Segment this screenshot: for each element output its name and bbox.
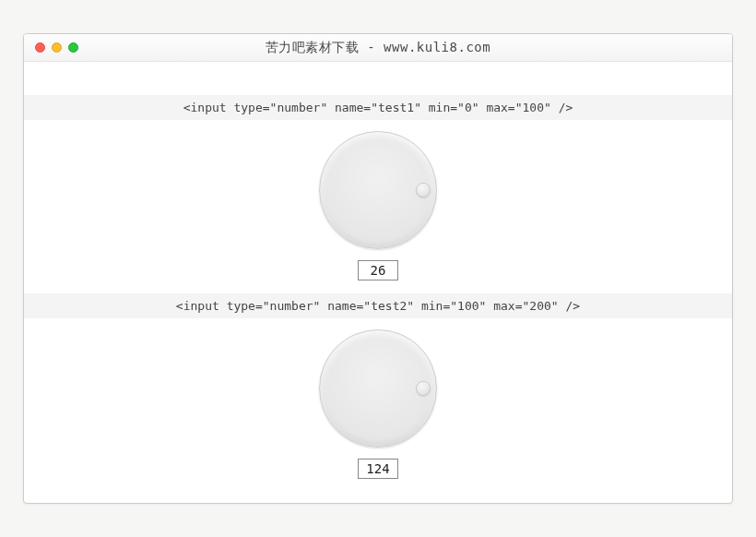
- window-title: 苦力吧素材下载 - www.kuli8.com: [24, 40, 732, 56]
- content-area: <input type="number" name="test1" min="0…: [24, 62, 732, 492]
- titlebar: 苦力吧素材下载 - www.kuli8.com: [24, 34, 732, 62]
- dial-group-1: 26: [24, 120, 732, 293]
- dial-indicator-icon: [416, 381, 431, 396]
- app-window: 苦力吧素材下载 - www.kuli8.com <input type="num…: [23, 33, 733, 504]
- dial-knob-1[interactable]: [319, 131, 437, 249]
- dial-group-2: 124: [24, 318, 732, 492]
- code-label-1: <input type="number" name="test1" min="0…: [24, 95, 732, 120]
- value-input-1[interactable]: 26: [358, 260, 398, 280]
- dial-knob-2[interactable]: [319, 329, 437, 448]
- code-label-2: <input type="number" name="test2" min="1…: [24, 293, 732, 318]
- dial-indicator-icon: [416, 183, 431, 197]
- value-input-2[interactable]: 124: [358, 459, 398, 479]
